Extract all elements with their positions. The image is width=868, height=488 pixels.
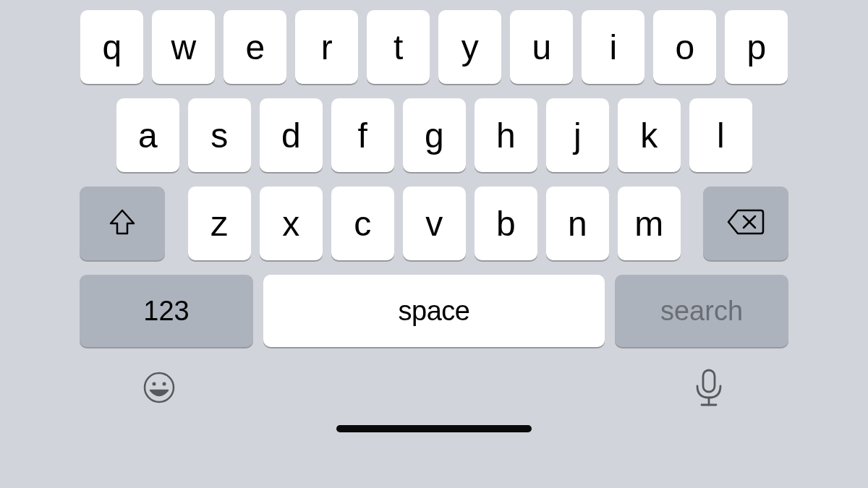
keyboard-row-3: z x c v b n m [80,187,788,260]
key-h[interactable]: h [475,98,537,172]
key-p[interactable]: p [725,10,788,84]
key-i[interactable]: i [582,10,644,84]
key-label: n [568,204,587,244]
key-label: y [461,27,479,67]
key-r[interactable]: r [295,10,358,84]
backspace-key[interactable] [703,187,788,260]
key-m[interactable]: m [618,187,681,260]
key-l[interactable]: l [689,98,752,172]
key-t[interactable]: t [367,10,430,84]
emoji-button[interactable] [137,367,181,411]
key-s[interactable]: s [188,98,251,172]
key-label: u [532,27,550,67]
key-n[interactable]: n [546,187,609,260]
key-label: e [245,27,264,67]
svg-point-4 [163,382,166,386]
key-label: g [425,116,443,155]
svg-point-2 [145,373,174,402]
key-d[interactable]: d [260,98,323,172]
keyboard-bottom-bar [0,354,868,411]
svg-point-3 [153,382,156,386]
key-label: p [746,27,765,67]
keyboard-row-1: q w e r t y u i o p [80,10,788,84]
keyboard-row-4: 123 space search [80,275,788,347]
key-v[interactable]: v [403,187,466,260]
key-label: h [496,116,515,155]
search-key[interactable]: search [615,275,788,347]
dictation-button[interactable] [687,367,731,411]
key-label: a [138,116,157,155]
key-y[interactable]: y [438,10,501,84]
key-o[interactable]: o [653,10,716,84]
backspace-icon [726,207,765,239]
key-f[interactable]: f [331,98,394,172]
key-e[interactable]: e [224,10,286,84]
key-label: v [425,204,443,244]
key-z[interactable]: z [188,187,251,260]
key-label: c [354,204,371,244]
key-w[interactable]: w [152,10,215,84]
shift-icon [106,206,138,241]
virtual-keyboard: q w e r t y u i o p a s d f g h j k l z … [0,10,868,347]
key-u[interactable]: u [510,10,573,84]
svg-rect-5 [703,370,715,392]
key-b[interactable]: b [475,187,537,260]
key-label: space [399,296,470,327]
key-label: s [210,116,228,155]
key-label: search [660,296,743,327]
key-label: 123 [143,296,189,327]
key-label: b [496,204,515,244]
key-label: k [640,116,658,155]
home-indicator[interactable] [336,425,532,432]
key-g[interactable]: g [403,98,466,172]
shift-key[interactable] [80,187,165,260]
key-k[interactable]: k [618,98,681,172]
key-j[interactable]: j [546,98,609,172]
key-label: m [634,204,663,244]
key-label: f [358,116,367,155]
key-q[interactable]: q [80,10,143,84]
key-label: r [321,27,332,67]
key-c[interactable]: c [331,187,394,260]
key-label: q [102,27,121,67]
emoji-icon [142,370,176,408]
key-label: i [609,27,616,67]
key-label: w [171,27,195,67]
key-label: z [210,204,228,244]
key-label: o [675,27,694,67]
key-label: l [717,116,724,155]
mic-icon [693,367,725,411]
key-label: x [282,204,299,244]
key-label: t [393,27,403,67]
space-key[interactable]: space [263,275,605,347]
key-a[interactable]: a [116,98,179,172]
key-label: d [281,116,300,155]
key-label: j [574,116,581,155]
key-x[interactable]: x [260,187,323,260]
keyboard-row-2: a s d f g h j k l [80,98,788,172]
numbers-key[interactable]: 123 [80,275,253,347]
